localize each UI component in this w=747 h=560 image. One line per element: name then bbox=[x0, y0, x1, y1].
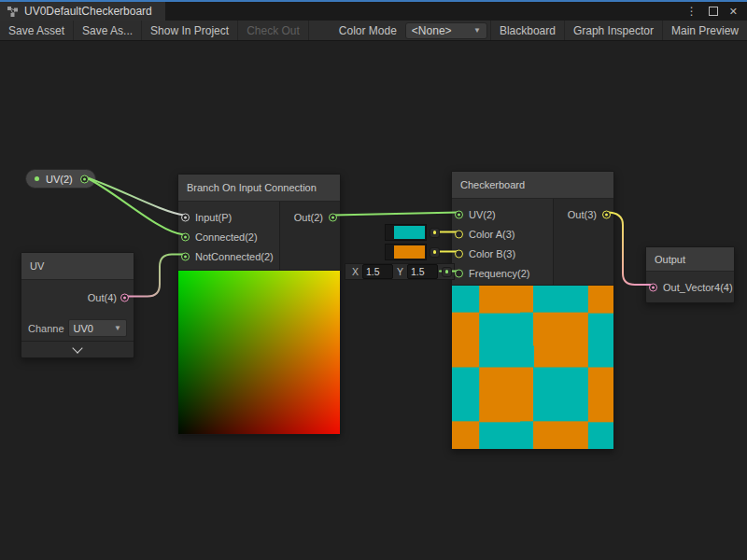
branch-node-header[interactable]: Branch On Input Connection bbox=[178, 175, 340, 202]
frequency-x-label: X bbox=[352, 266, 359, 277]
frequency-y-field[interactable]: 1.5 bbox=[407, 264, 438, 279]
branch-input-p-port[interactable] bbox=[181, 213, 190, 221]
tab-title: UV0DefaultCheckerboard bbox=[24, 5, 152, 18]
branch-node-body: Input(P) Connected(2) NotConnected(2) Ou… bbox=[178, 202, 340, 270]
checkerboard-node-header[interactable]: Checkerboard bbox=[452, 172, 613, 199]
uv-channel-row: Channe UV0 ▼ bbox=[21, 315, 134, 341]
color-mode-label: Color Mode bbox=[339, 24, 397, 37]
channel-dropdown[interactable]: UV0 ▼ bbox=[68, 319, 127, 337]
checkerboard-node[interactable]: Checkerboard UV(2) Color A(3) Color B(3) bbox=[451, 171, 614, 450]
output-port-row: Out_Vector4(4) bbox=[646, 277, 734, 297]
branch-node[interactable]: Branch On Input Connection Input(P) Conn… bbox=[177, 174, 341, 435]
property-indicator-dot bbox=[35, 176, 39, 181]
uv-collapse-toggle[interactable] bbox=[21, 341, 134, 357]
shader-graph-icon bbox=[7, 6, 19, 18]
show-in-project-button[interactable]: Show In Project bbox=[142, 21, 238, 40]
pill-output-port[interactable] bbox=[80, 175, 89, 183]
graph-inspector-button[interactable]: Graph Inspector bbox=[564, 21, 662, 40]
output-port-label: Out_Vector4(4) bbox=[663, 282, 733, 293]
color-b-swatch[interactable] bbox=[385, 244, 427, 260]
checker-color-b-port[interactable] bbox=[455, 249, 463, 258]
color-mode-value: <None> bbox=[412, 24, 452, 37]
color-b-fill bbox=[394, 245, 425, 259]
edge-uv-to-input-p[interactable] bbox=[86, 177, 184, 216]
branch-connected-port[interactable] bbox=[181, 232, 190, 241]
toolbar: Save Asset Save As... Show In Project Ch… bbox=[0, 21, 747, 41]
checker-color-b-label: Color B(3) bbox=[469, 248, 515, 259]
title-bar: UV0DefaultCheckerboard ⋮ ✕ bbox=[0, 0, 747, 21]
branch-node-preview bbox=[178, 270, 340, 434]
titlebar-actions: ⋮ ✕ bbox=[686, 2, 747, 21]
checker-uv-port[interactable] bbox=[455, 210, 463, 218]
branch-connected-label: Connected(2) bbox=[195, 231, 258, 243]
graph-tab[interactable]: UV0DefaultCheckerboard bbox=[0, 2, 165, 21]
checker-frequency-port[interactable] bbox=[455, 269, 463, 277]
checker-color-b-row: Color B(3) bbox=[452, 244, 553, 263]
color-b-connector-dot bbox=[430, 247, 440, 258]
output-node-header[interactable]: Output bbox=[646, 247, 734, 272]
channel-value: UV0 bbox=[74, 323, 93, 334]
checkerboard-node-preview bbox=[452, 285, 613, 449]
color-b-widget bbox=[385, 244, 440, 260]
uv-out-port[interactable] bbox=[120, 294, 129, 302]
checker-uv-label: UV(2) bbox=[469, 209, 496, 220]
checker-frequency-label: Frequency(2) bbox=[469, 268, 529, 279]
branch-input-row: Input(P) bbox=[178, 207, 279, 227]
color-mode-dropdown[interactable]: <None> ▼ bbox=[405, 22, 487, 39]
uv-out-row: Out(4) bbox=[21, 280, 134, 315]
frequency-y-label: Y bbox=[397, 266, 403, 277]
branch-output-row: Out(2) bbox=[280, 207, 340, 227]
branch-input-row: Connected(2) bbox=[178, 227, 279, 246]
edge-out2-to-uv2[interactable] bbox=[333, 213, 458, 216]
frequency-widget: X 1.5 Y 1.5 bbox=[345, 263, 455, 280]
checkerboard-node-body: UV(2) Color A(3) Color B(3) Frequency(2) bbox=[452, 199, 613, 285]
branch-out-label: Out(2) bbox=[294, 212, 323, 223]
color-a-fill bbox=[394, 226, 425, 239]
checker-output-row: Out(3) bbox=[554, 204, 613, 224]
frequency-x-field[interactable]: 1.5 bbox=[362, 264, 393, 279]
maximize-icon[interactable] bbox=[709, 7, 718, 16]
branch-notconnected-label: NotConnected(2) bbox=[195, 251, 274, 262]
output-in-port[interactable] bbox=[649, 283, 657, 291]
color-a-swatch[interactable] bbox=[385, 224, 427, 241]
channel-label: Channe bbox=[28, 323, 64, 334]
uv-node[interactable]: UV Out(4) Channe UV0 ▼ bbox=[21, 252, 134, 358]
branch-input-p-label: Input(P) bbox=[195, 212, 232, 223]
save-asset-button[interactable]: Save Asset bbox=[0, 21, 74, 40]
color-a-widget bbox=[385, 224, 440, 241]
frequency-connector-dot bbox=[442, 267, 452, 277]
toolbar-right: Blackboard Graph Inspector Main Preview bbox=[490, 21, 747, 40]
checker-frequency-row: Frequency(2) bbox=[452, 263, 553, 283]
checker-out-port[interactable] bbox=[602, 210, 611, 218]
window-menu-icon[interactable]: ⋮ bbox=[686, 6, 698, 17]
checker-color-a-label: Color A(3) bbox=[469, 229, 515, 240]
blackboard-button[interactable]: Blackboard bbox=[490, 21, 564, 40]
uv-out-label: Out(4) bbox=[88, 292, 117, 303]
color-mode-group: Color Mode <None> ▼ bbox=[339, 21, 487, 40]
chevron-down-icon bbox=[72, 343, 82, 353]
shader-graph-window: UV0DefaultCheckerboard ⋮ ✕ Save Asset Sa… bbox=[0, 0, 747, 560]
chevron-down-icon: ▼ bbox=[114, 324, 121, 332]
uv-property-pill[interactable]: UV(2) bbox=[25, 169, 96, 189]
checker-out-label: Out(3) bbox=[568, 209, 597, 220]
save-as-button[interactable]: Save As... bbox=[74, 21, 142, 40]
output-node[interactable]: Output Out_Vector4(4) bbox=[645, 246, 735, 303]
branch-out-port[interactable] bbox=[329, 213, 337, 221]
main-preview-button[interactable]: Main Preview bbox=[662, 21, 747, 40]
edge-uv-to-connected[interactable] bbox=[86, 177, 184, 235]
branch-input-row: NotConnected(2) bbox=[178, 246, 279, 266]
checker-color-a-row: Color A(3) bbox=[452, 224, 553, 244]
pill-label: UV(2) bbox=[46, 174, 73, 185]
check-out-button: Check Out bbox=[238, 21, 309, 40]
close-icon[interactable]: ✕ bbox=[729, 7, 738, 17]
checker-color-a-port[interactable] bbox=[455, 230, 463, 238]
color-a-connector-dot bbox=[430, 228, 440, 238]
uv-node-header[interactable]: UV bbox=[21, 253, 134, 280]
chevron-down-icon: ▼ bbox=[473, 26, 481, 35]
checker-uv-row: UV(2) bbox=[452, 204, 553, 224]
branch-notconnected-port[interactable] bbox=[181, 252, 190, 260]
